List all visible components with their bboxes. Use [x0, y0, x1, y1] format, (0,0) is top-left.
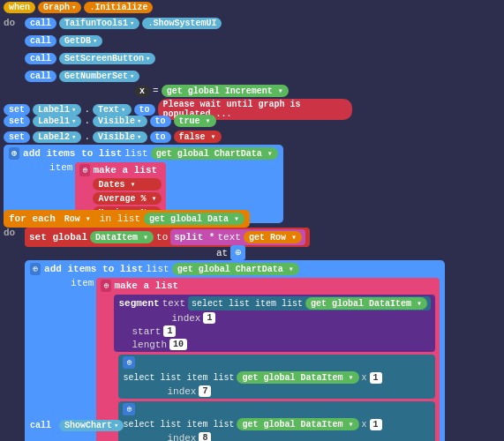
segment-area: segment text select list item list get g…: [114, 295, 435, 441]
do-label2: do: [4, 228, 15, 238]
for-each-block[interactable]: for each Row ▾ in list get global Data ▾: [4, 210, 250, 228]
row-var[interactable]: Row ▾: [59, 213, 96, 225]
index-label: index: [171, 313, 200, 324]
do-label: do: [4, 18, 15, 28]
showchart-pill[interactable]: ShowChart: [59, 420, 124, 431]
average-item: Average % ▾: [93, 192, 162, 205]
segment-label: segment: [118, 298, 159, 309]
split-label: split *: [174, 232, 214, 243]
plus-icon2[interactable]: ⊕: [123, 356, 135, 369]
index-8-row: index 8: [167, 432, 431, 441]
hat-block[interactable]: when Graph .Initialize: [4, 2, 153, 13]
split-block[interactable]: split * text get Row ▾: [170, 229, 305, 245]
false-value: false ▾: [174, 131, 222, 143]
get-global-chartdata2[interactable]: get global ChartData ▾: [172, 263, 299, 275]
make-a-list-block2[interactable]: ⊕ make a list segment text select list i…: [96, 278, 440, 441]
set-x-increment[interactable]: x = get global Increment ▾: [134, 85, 289, 97]
label1-dropdown[interactable]: Label1: [33, 104, 81, 116]
set-keyword: set: [4, 104, 30, 116]
get-global-chartdata[interactable]: get global ChartData ▾: [151, 147, 278, 160]
call-getdb[interactable]: call GetDB: [25, 35, 102, 47]
length-label: length: [132, 340, 167, 350]
add-items-label: add items to list: [23, 148, 122, 159]
get-global-dataitem-pill[interactable]: get global DataItem ▾: [305, 297, 427, 310]
call-show-system-ui[interactable]: call TaifunTools1 .ShowSystemUI: [25, 18, 222, 29]
select-list-item2-row1: select list item list get global DataIte…: [123, 371, 431, 384]
dataitem-dropdown[interactable]: DataItem ▾: [90, 231, 154, 243]
list-label: list: [124, 148, 147, 159]
true-value: true ▾: [174, 115, 216, 127]
make-list-icon[interactable]: ⊕: [79, 164, 90, 176]
get-global-dataitem2-pill[interactable]: get global DataItem ▾: [237, 371, 358, 384]
when-label: when: [4, 2, 35, 13]
call-label4: call: [25, 71, 56, 82]
set-label2-visible[interactable]: set Label2 . Visible to false ▾: [4, 131, 222, 143]
call-label5: call: [25, 420, 56, 431]
workspace: when Graph .Initialize do call TaifunToo…: [0, 0, 504, 441]
call-label3: call: [25, 53, 56, 64]
do-row: do: [4, 18, 15, 28]
segment-row1: segment text select list item list get g…: [118, 296, 431, 310]
plus-icon3[interactable]: ⊕: [123, 403, 135, 415]
text-dropdown[interactable]: Text: [93, 104, 131, 116]
get-global-data[interactable]: get global Data ▾: [144, 213, 244, 225]
index-8-badge: 8: [199, 432, 211, 441]
index8-label: index: [167, 433, 196, 442]
list-label2: list: [146, 264, 169, 274]
make-list-header: ⊕ make a list: [79, 164, 162, 176]
call-getnumberset[interactable]: call GetNumberSet: [25, 71, 139, 82]
taifun-tools-pill[interactable]: TaifunTools1: [59, 18, 139, 29]
visible-dropdown[interactable]: Visible: [93, 116, 147, 127]
getdb-pill[interactable]: GetDB: [59, 35, 102, 47]
add-items-row2-item: item ⊕ make a list segment text: [71, 278, 440, 441]
index-7-badge: 7: [199, 385, 211, 397]
visible-dropdown2[interactable]: Visible: [93, 131, 147, 143]
setscreenbutton-pill[interactable]: SetScreenButton: [59, 53, 155, 64]
dot3: .: [84, 131, 90, 142]
x-mul3: x: [362, 420, 367, 430]
initialize-label: .Initialize: [84, 2, 153, 13]
call-setscreenbutton[interactable]: call SetScreenButton: [25, 53, 155, 64]
segment-block[interactable]: segment text select list item list get g…: [114, 295, 435, 352]
set-dataitem-block[interactable]: set global DataItem ▾ to split * text ge…: [25, 228, 310, 247]
call-showchart[interactable]: call ShowChart: [25, 420, 124, 431]
length-10-badge: 10: [169, 339, 187, 350]
getnumberset-pill[interactable]: GetNumberSet: [59, 71, 139, 82]
add-items-row1: add items to list list get global ChartD…: [23, 147, 278, 160]
add-items-icon2[interactable]: ⊕: [30, 263, 41, 275]
add-items-block2[interactable]: ⊕ add items to list list get global Char…: [25, 260, 445, 441]
select-list-item3-block[interactable]: ⊕ select list item list get global DataI…: [118, 401, 435, 441]
select-list-item-inner[interactable]: select list item list get global DataIte…: [188, 296, 431, 310]
text-kw: text: [162, 298, 185, 309]
make-list2-label: make a list: [114, 280, 178, 291]
select-list-label2: select list item list: [123, 373, 234, 383]
start-1-badge: 1: [163, 325, 176, 337]
item-label: item: [49, 162, 72, 173]
to-keyword: to: [134, 104, 155, 116]
graph-dropdown[interactable]: Graph: [38, 2, 81, 13]
call-label2: call: [25, 35, 56, 47]
add-items-icon[interactable]: ⊕: [9, 147, 19, 160]
get-row-pill[interactable]: get Row ▾: [244, 231, 302, 243]
set-label1-visible[interactable]: set Label1 . Visible to true ▾: [4, 115, 216, 127]
select-list-label3: select list item list: [123, 420, 234, 430]
make-list2-icon[interactable]: ⊕: [101, 280, 111, 292]
start-row: start 1: [132, 325, 431, 337]
get-global-dataitem3-pill[interactable]: get global DataItem ▾: [237, 418, 358, 430]
select-list-item2-block[interactable]: ⊕ select list item list get global DataI…: [118, 355, 435, 399]
at-row: at ⊕: [216, 245, 245, 260]
to-keyword2: to: [150, 116, 171, 127]
num-1a-badge: 1: [370, 372, 382, 384]
get-global-increment-pill[interactable]: get global Increment ▾: [162, 85, 289, 97]
add-items-row2-header: add items to list list get global ChartD…: [44, 263, 440, 275]
item-label2: item: [71, 278, 94, 288]
select-list-label: select list item list: [192, 299, 303, 309]
set-label: set global: [29, 232, 87, 243]
dot1: .: [84, 104, 90, 115]
label1-dropdown2[interactable]: Label1: [33, 116, 81, 127]
index7-label: index: [167, 386, 196, 397]
label2-dropdown[interactable]: Label2: [33, 131, 81, 143]
dates-item: Dates ▾: [93, 178, 162, 191]
at-label: at: [216, 248, 228, 258]
for-each-label: for each: [9, 213, 56, 224]
